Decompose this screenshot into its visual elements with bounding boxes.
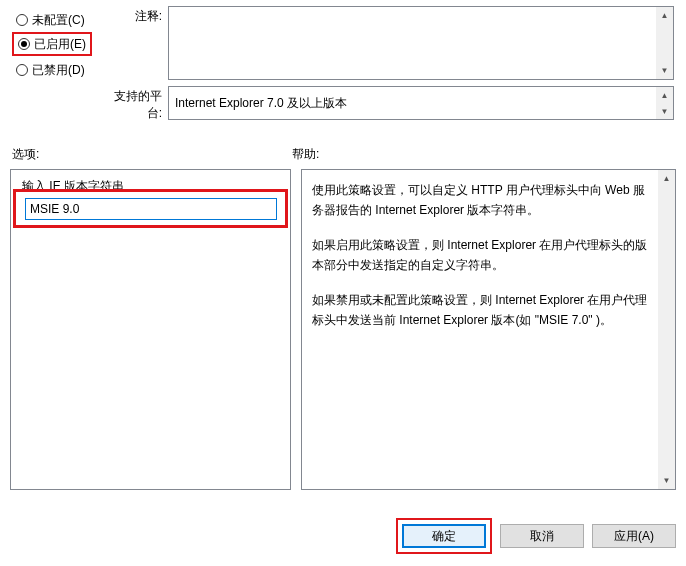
supported-on-value: Internet Explorer 7.0 及以上版本 — [175, 96, 347, 110]
scroll-up-icon[interactable]: ▲ — [656, 87, 673, 103]
help-paragraph: 使用此策略设置，可以自定义 HTTP 用户代理标头中向 Web 服务器报告的 I… — [312, 180, 653, 221]
scroll-down-icon[interactable]: ▼ — [656, 103, 673, 119]
version-string-input[interactable] — [25, 198, 277, 220]
help-paragraph: 如果禁用或未配置此策略设置，则 Internet Explorer 在用户代理标… — [312, 290, 653, 331]
cancel-button-label: 取消 — [530, 528, 554, 545]
radio-disabled[interactable]: 已禁用(D) — [12, 58, 96, 82]
supported-on-label: 支持的平台: — [100, 86, 168, 122]
ok-button-label: 确定 — [432, 528, 456, 545]
policy-state-radiogroup: 未配置(C) 已启用(E) 已禁用(D) — [0, 0, 100, 134]
scroll-up-icon[interactable]: ▲ — [656, 7, 673, 24]
comment-textarea[interactable]: ▲ ▼ — [168, 6, 674, 80]
comment-label: 注释: — [100, 6, 168, 80]
options-heading: 选项: — [12, 146, 292, 163]
ok-button[interactable]: 确定 — [402, 524, 486, 548]
scrollbar[interactable]: ▲ ▼ — [656, 7, 673, 79]
ok-highlight: 确定 — [396, 518, 492, 554]
radio-icon — [16, 64, 28, 76]
scrollbar[interactable]: ▲ ▼ — [658, 170, 675, 489]
scrollbar[interactable]: ▲ ▼ — [656, 87, 673, 119]
version-string-label: 输入 IE 版本字符串 — [21, 178, 125, 195]
radio-icon — [16, 14, 28, 26]
radio-label-enabled: 已启用(E) — [34, 36, 86, 53]
help-paragraph: 如果启用此策略设置，则 Internet Explorer 在用户代理标头的版本… — [312, 235, 653, 276]
cancel-button[interactable]: 取消 — [500, 524, 584, 548]
radio-enabled[interactable]: 已启用(E) — [12, 32, 92, 56]
radio-label-disabled: 已禁用(D) — [32, 62, 85, 79]
scroll-up-icon[interactable]: ▲ — [658, 170, 675, 187]
options-panel: 输入 IE 版本字符串 — [10, 169, 291, 490]
scroll-down-icon[interactable]: ▼ — [656, 62, 673, 79]
help-heading: 帮助: — [292, 146, 674, 163]
apply-button[interactable]: 应用(A) — [592, 524, 676, 548]
help-panel: 使用此策略设置，可以自定义 HTTP 用户代理标头中向 Web 服务器报告的 I… — [301, 169, 676, 490]
radio-label-not-configured: 未配置(C) — [32, 12, 85, 29]
radio-icon — [18, 38, 30, 50]
radio-not-configured[interactable]: 未配置(C) — [12, 8, 96, 32]
dialog-button-row: 确定 取消 应用(A) — [396, 518, 676, 554]
scroll-down-icon[interactable]: ▼ — [658, 472, 675, 489]
supported-on-box: Internet Explorer 7.0 及以上版本 ▲ ▼ — [168, 86, 674, 120]
apply-button-label: 应用(A) — [614, 528, 654, 545]
